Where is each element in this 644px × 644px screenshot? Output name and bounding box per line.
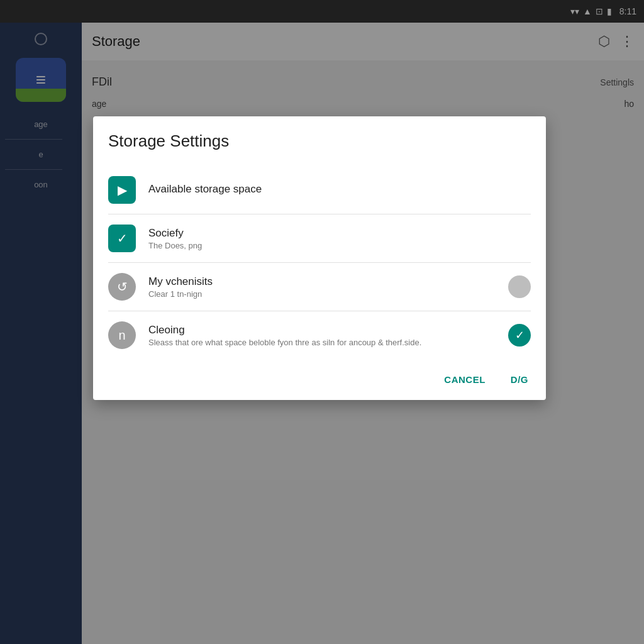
- dialog-item-available-storage: ▶ Available storage space: [108, 166, 531, 214]
- sociefy-icon: ✓: [108, 225, 136, 252]
- dialog-title: Storage Settings: [108, 131, 531, 151]
- cleoing-text: Cleoing Sleass that ore what space belob…: [148, 324, 496, 347]
- sociefy-text: Sociefy The Does, png: [148, 227, 531, 250]
- vchenisits-icon: ↺: [108, 273, 136, 301]
- cancel-button[interactable]: CANCEL: [436, 369, 493, 390]
- available-storage-title: Available storage space: [148, 183, 531, 196]
- sociefy-subtitle: The Does, png: [148, 241, 531, 250]
- dialog-content: Storage Settings ▶ Available storage spa…: [93, 116, 546, 364]
- storage-settings-dialog: Storage Settings ▶ Available storage spa…: [93, 116, 546, 400]
- dialog-item-cleoing: n Cleoing Sleass that ore what space bel…: [108, 311, 531, 359]
- dialog-item-sociefy: ✓ Sociefy The Does, png: [108, 214, 531, 263]
- check-icon: ✓: [117, 231, 128, 246]
- dg-button[interactable]: D/G: [503, 369, 536, 390]
- dialog-actions: CANCEL D/G: [93, 364, 546, 400]
- screen-icon: ▶: [118, 182, 127, 197]
- cleoing-toggle[interactable]: ✓: [508, 324, 531, 347]
- cleoing-title: Cleoing: [148, 324, 496, 336]
- vchenisits-text: My vchenisits Clear 1 tn-nign: [148, 275, 496, 299]
- available-storage-text: Available storage space: [148, 183, 531, 197]
- toggle-check-icon: ✓: [515, 328, 525, 342]
- sociefy-title: Sociefy: [148, 227, 531, 240]
- refresh-icon: ↺: [117, 279, 128, 294]
- cleoing-subtitle: Sleass that ore what space beloble fyon …: [148, 338, 496, 347]
- vchenisits-toggle[interactable]: [508, 275, 531, 298]
- dialog-item-vchenisits: ↺ My vchenisits Clear 1 tn-nign: [108, 263, 531, 311]
- available-storage-icon: ▶: [108, 176, 136, 204]
- cleoing-icon: n: [108, 321, 136, 349]
- vchenisits-title: My vchenisits: [148, 275, 496, 288]
- vchenisits-subtitle: Clear 1 tn-nign: [148, 289, 496, 299]
- n-icon: n: [118, 328, 125, 343]
